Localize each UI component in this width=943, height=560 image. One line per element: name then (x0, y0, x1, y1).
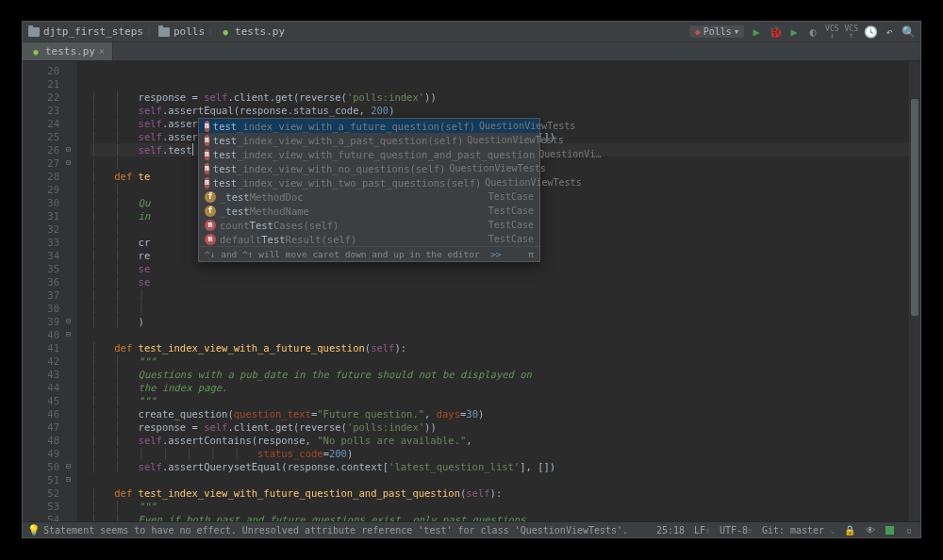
method-icon: m (205, 163, 209, 174)
breadcrumb-label: polls (174, 25, 205, 38)
tool-windows-button[interactable]: ▫ (903, 524, 915, 535)
autocomplete-footer: ^↓ and ^↑ will move caret down and up in… (199, 246, 539, 261)
navigation-bar: djtp_first_steps 〉 polls 〉 ● tests.py ◆ … (23, 22, 920, 42)
breadcrumb-file[interactable]: ● tests.py (220, 25, 285, 38)
footer-link[interactable]: >> (490, 249, 501, 259)
run-configuration-selector[interactable]: ◆ Polls ▼ (689, 25, 744, 38)
autocomplete-item[interactable]: f_testMethodDocTestCase (199, 189, 539, 204)
chevron-icon: 〉 (147, 26, 155, 37)
autocomplete-item[interactable]: mtest_index_view_with_a_past_question(se… (199, 133, 539, 147)
caret-position[interactable]: 25:18 (656, 525, 685, 535)
autocomplete-item[interactable]: mtest_index_view_with_no_questions(self)… (199, 161, 539, 175)
autocomplete-popup: mtest_index_view_with_a_future_question(… (198, 118, 540, 262)
editor-tab[interactable]: ● tests.py × (23, 42, 113, 60)
method-icon: m (205, 121, 209, 132)
method-icon: m (205, 135, 209, 146)
vcs-history-button[interactable]: 🕓 (864, 25, 877, 39)
method-icon: m (205, 234, 216, 245)
method-icon: m (205, 149, 209, 160)
status-bar: 💡 Statement seems to have no effect. Unr… (23, 521, 920, 537)
memory-indicator[interactable] (885, 526, 894, 535)
scroll-thumb[interactable] (911, 99, 918, 316)
profile-button[interactable]: ◐ (806, 25, 819, 39)
editor-tabs: ● tests.py × (23, 42, 920, 61)
autocomplete-item[interactable]: mdefaultTestResult(self)TestCase (199, 232, 539, 246)
code-area[interactable]: │ │ response = self.client.get(reverse('… (77, 61, 909, 521)
folder-icon (158, 27, 170, 37)
status-message: Statement seems to have no effect. Unres… (43, 525, 628, 535)
lock-icon[interactable]: 🔒 (844, 524, 855, 535)
autocomplete-item[interactable]: mtest_index_view_with_future_question_an… (199, 147, 539, 161)
file-encoding[interactable]: UTF-8≑ (720, 525, 753, 535)
debug-button[interactable]: 🐞 (769, 25, 782, 39)
bulb-icon[interactable]: 💡 (28, 524, 40, 535)
caret-down-icon: ▼ (735, 28, 738, 36)
close-tab-button[interactable]: × (99, 46, 105, 57)
breadcrumb-package[interactable]: polls (158, 25, 205, 38)
python-file-icon: ● (30, 46, 41, 58)
method-icon: m (205, 220, 216, 231)
run-button[interactable]: ▶ (750, 25, 763, 39)
search-everywhere-button[interactable]: 🔍 (902, 25, 915, 39)
editor-area: 20212223242526⊟27⊟2829303132333435363738… (23, 61, 920, 521)
autocomplete-item[interactable]: mtest_index_view_with_two_past_questions… (199, 175, 539, 189)
folder-icon (28, 27, 40, 37)
autocomplete-item[interactable]: mcountTestCases(self)TestCase (199, 218, 539, 232)
git-branch[interactable]: Git: master ↘ (762, 525, 835, 535)
ide-window: djtp_first_steps 〉 polls 〉 ● tests.py ◆ … (22, 21, 921, 538)
gutter[interactable]: 20212223242526⊟27⊟2829303132333435363738… (23, 61, 77, 521)
autocomplete-item[interactable]: f_testMethodNameTestCase (199, 204, 539, 218)
python-file-icon: ● (220, 26, 231, 38)
method-icon: f (205, 206, 216, 217)
inspections-icon[interactable]: 👁 (865, 524, 876, 535)
vcs-commit-button[interactable]: VCS↑ (845, 25, 858, 39)
vertical-scrollbar[interactable] (909, 61, 920, 521)
line-separator[interactable]: LF≑ (694, 525, 710, 535)
tab-label: tests.py (45, 45, 95, 58)
breadcrumb-label: tests.py (235, 25, 285, 38)
method-icon: f (205, 191, 216, 203)
back-button[interactable]: ↶ (883, 25, 896, 39)
breadcrumb-project[interactable]: djtp_first_steps (28, 25, 143, 38)
autocomplete-item[interactable]: mtest_index_view_with_a_future_question(… (199, 119, 539, 133)
chevron-icon: 〉 (208, 26, 216, 37)
coverage-button[interactable]: ▶ (787, 25, 801, 39)
breadcrumb-label: djtp_first_steps (43, 25, 143, 38)
django-icon: ◆ (695, 26, 701, 37)
method-icon: m (205, 177, 209, 189)
vcs-update-button[interactable]: VCS↓ (825, 25, 838, 39)
run-config-label: Polls (703, 26, 732, 37)
